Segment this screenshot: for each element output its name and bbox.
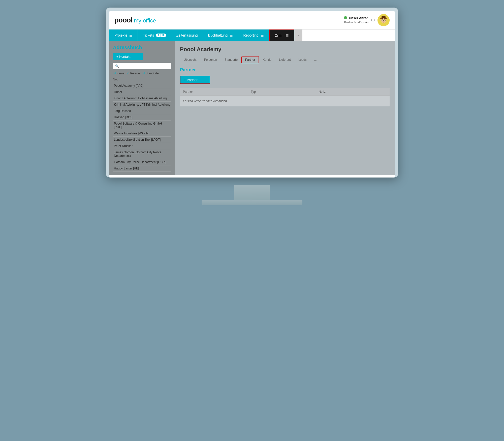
tab-partner[interactable]: Partner — [241, 56, 259, 63]
monitor: poool my office Unser Alfred Kostenplan-… — [106, 8, 398, 178]
table-header: Partner Typ Notiz — [180, 88, 390, 96]
col-typ: Typ — [251, 90, 319, 94]
tab-personen[interactable]: Personen — [200, 56, 221, 63]
avatar — [377, 14, 390, 26]
nav: Projekte ☰ Tickets 2 | 19 Zeiterfassung … — [109, 30, 395, 41]
list-item[interactable]: Jörg Rosseo — [113, 108, 171, 114]
hamburger-icon-buch: ☰ — [230, 33, 233, 37]
logo-poool: poool — [114, 16, 132, 24]
tab-more[interactable]: ... — [310, 56, 321, 63]
sidebar-title: Adressbuch — [113, 45, 171, 50]
tab-kunde[interactable]: Kunde — [259, 56, 275, 63]
user-role: Kostenplan-Kapitän — [344, 20, 368, 24]
nav-item-crm[interactable]: Crm ☰ — [269, 30, 294, 41]
logo: poool my office — [114, 16, 156, 24]
header-right: Unser Alfred Kostenplan-Kapitän ⚙ — [344, 14, 390, 26]
user-name: Unser Alfred — [344, 16, 368, 20]
col-partner: Partner — [183, 90, 251, 94]
search-box[interactable]: 🔍 — [113, 63, 171, 69]
table-empty-message: Es sind keine Partner vorhanden. — [180, 96, 390, 106]
tab-standorte[interactable]: Standorte — [221, 56, 241, 63]
hamburger-icon: ☰ — [129, 33, 133, 37]
user-info: Unser Alfred Kostenplan-Kapitän — [344, 16, 368, 24]
checkbox-standorte-icon: ☑ — [142, 71, 145, 75]
header: poool my office Unser Alfred Kostenplan-… — [109, 11, 395, 30]
hamburger-icon-crm: ☰ — [286, 34, 289, 38]
company-title: Poool Academy — [180, 46, 390, 53]
list-item[interactable]: Poool Software & Consulting GmbH [POL] — [113, 121, 171, 130]
right-panel: Poool Academy ÜbersichtPersonenStandorte… — [175, 41, 395, 175]
list-section-label: Neu — [113, 78, 171, 81]
list-item[interactable]: James Gordon (Gotham City Police Departm… — [113, 149, 171, 159]
add-contact-button[interactable]: + Kontakt — [113, 53, 143, 60]
tabs: ÜbersichtPersonenStandortePartnerKundeLi… — [180, 56, 390, 63]
list-item[interactable]: Happy Easter [HE] — [113, 165, 171, 172]
nav-item-tickets[interactable]: Tickets 2 | 19 — [138, 30, 171, 41]
filter-firma[interactable]: ☑ Firma — [113, 71, 124, 75]
list-item[interactable]: Kriminal Abteilung: LPT Kriminal Abteilu… — [113, 102, 171, 108]
list-item[interactable]: Gotham City Police Department [GCP] — [113, 159, 171, 165]
add-partner-button[interactable]: + Partner — [180, 76, 210, 84]
sidebar-list: Poool Academy [PAC]HuberFinanz Abteilung… — [113, 83, 171, 172]
list-item[interactable]: Finanz Abteilung: LPT-Finanz Abteilung — [113, 95, 171, 102]
sidebar: Adressbuch + Kontakt 🔍 ☑ Firma ☑ Person — [109, 41, 175, 175]
list-item[interactable]: Wayne Industries [WAYIN] — [113, 130, 171, 137]
partner-table: Partner Typ Notiz Es sind keine Partner … — [180, 88, 390, 106]
screen: poool my office Unser Alfred Kostenplan-… — [109, 11, 395, 178]
list-item[interactable]: Peter Drucker — [113, 143, 171, 149]
logo-myoffice: my office — [134, 17, 156, 24]
list-item[interactable]: Poool Academy [PAC] — [113, 83, 171, 89]
list-item[interactable]: Rosseo [ROS] — [113, 114, 171, 121]
main-content: Adressbuch + Kontakt 🔍 ☑ Firma ☑ Person — [109, 41, 395, 175]
hamburger-icon-rep: ☰ — [261, 33, 264, 37]
tab-lieferant[interactable]: Lieferant — [275, 56, 295, 63]
list-item[interactable]: Landespolizeidirektion Tirol [LPDT] — [113, 137, 171, 143]
search-icon: 🔍 — [115, 64, 119, 68]
col-notiz: Notiz — [319, 90, 387, 94]
tab-ubersicht[interactable]: Übersicht — [180, 56, 200, 63]
gear-icon[interactable]: ⚙ — [371, 17, 375, 23]
tickets-badge: 2 | 19 — [156, 34, 166, 37]
filter-person[interactable]: ☑ Person — [127, 71, 140, 75]
nav-arrow[interactable]: › — [294, 30, 302, 41]
tab-leads[interactable]: Leads — [295, 56, 310, 63]
nav-item-projekte[interactable]: Projekte ☰ — [109, 30, 138, 41]
filter-standorte[interactable]: ☑ Standorte — [142, 71, 159, 75]
nav-item-buchhaltung[interactable]: Buchhaltung ☰ — [203, 30, 238, 41]
list-item[interactable]: Huber — [113, 89, 171, 95]
filter-row: ☑ Firma ☑ Person ☑ Standorte — [113, 71, 171, 75]
checkbox-person-icon: ☑ — [127, 71, 130, 75]
status-dot — [344, 16, 347, 19]
monitor-stand-base — [202, 200, 302, 205]
partner-section-title: Partner — [180, 67, 390, 73]
checkbox-firma-icon: ☑ — [113, 71, 116, 75]
monitor-stand-pole — [234, 185, 270, 200]
nav-item-reporting[interactable]: Reporting ☰ — [238, 30, 269, 41]
nav-item-zeiterfassung[interactable]: Zeiterfassung — [171, 30, 203, 41]
